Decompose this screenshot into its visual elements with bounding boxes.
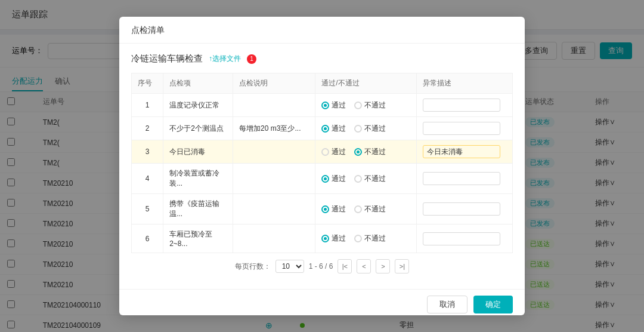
col-item-header: 点检项 xyxy=(163,73,233,94)
modal-next-page-button[interactable]: > xyxy=(376,259,390,273)
desc-1 xyxy=(233,94,315,117)
anomaly-5 xyxy=(417,194,513,225)
upload-link[interactable]: ↑选择文件 xyxy=(209,54,241,64)
check-row-3: 3 今日已消毒 通过 不通过 xyxy=(132,140,513,164)
pass-radio-4[interactable] xyxy=(321,175,329,183)
item-4: 制冷装置或蓄冷装... xyxy=(163,164,233,194)
pass-radio-2[interactable] xyxy=(321,125,329,133)
confirm-button[interactable]: 确定 xyxy=(473,296,513,313)
pass-radio-1[interactable] xyxy=(321,102,329,109)
modal-last-page-button[interactable]: >| xyxy=(395,259,409,273)
item-3: 今日已消毒 xyxy=(163,140,233,164)
col-pass-header: 通过/不通过 xyxy=(315,73,417,94)
fail-label-1: 不通过 xyxy=(364,100,386,110)
modal-body: 冷链运输车辆检查 ↑选择文件 1 序号 点检项 点检说明 通过/不通过 异常描述… xyxy=(119,44,525,289)
modal-pagination: 每页行数： 10 1 - 6 / 6 |< < > >| xyxy=(131,253,513,279)
anomaly-1 xyxy=(417,94,513,117)
modal-header: 点检清单 xyxy=(119,17,525,44)
radio-group-3: 通过 不通过 xyxy=(321,147,410,157)
anomaly-input-5[interactable] xyxy=(423,202,500,216)
pass-option-2[interactable]: 通过 xyxy=(321,124,346,134)
item-1: 温度记录仪正常 xyxy=(163,94,233,117)
modal-prev-page-button[interactable]: < xyxy=(357,259,371,273)
fail-label-4: 不通过 xyxy=(364,174,386,184)
fail-radio-1[interactable] xyxy=(354,102,362,109)
anomaly-4 xyxy=(417,164,513,194)
radio-group-5: 通过 不通过 xyxy=(321,204,410,214)
desc-4 xyxy=(233,164,315,194)
radio-group-4: 通过 不通过 xyxy=(321,174,410,184)
fail-label-3: 不通过 xyxy=(364,147,386,157)
pass-radio-6[interactable] xyxy=(321,235,329,242)
upload-label: ↑选择文件 xyxy=(209,54,241,64)
anomaly-input-3[interactable] xyxy=(423,145,500,158)
pass-option-5[interactable]: 通过 xyxy=(321,204,346,214)
check-row-1: 1 温度记录仪正常 通过 不通过 xyxy=(132,94,513,117)
pass-option-3[interactable]: 通过 xyxy=(321,147,346,157)
item-6: 车厢已预冷至2~8... xyxy=(163,225,233,253)
fail-radio-2[interactable] xyxy=(354,125,362,133)
pass-1: 通过 不通过 xyxy=(315,94,417,117)
fail-option-4[interactable]: 不通过 xyxy=(354,174,386,184)
pass-option-6[interactable]: 通过 xyxy=(321,233,346,244)
seq-3: 3 xyxy=(132,140,163,164)
anomaly-input-2[interactable] xyxy=(423,122,500,135)
fail-option-1[interactable]: 不通过 xyxy=(354,100,386,110)
radio-group-1: 通过 不通过 xyxy=(321,100,410,110)
pass-label-4: 通过 xyxy=(332,174,346,184)
anomaly-input-1[interactable] xyxy=(423,99,500,112)
modal-first-page-button[interactable]: |< xyxy=(338,259,352,273)
seq-5: 5 xyxy=(132,194,163,225)
check-table: 序号 点检项 点检说明 通过/不通过 异常描述 1 温度记录仪正常 xyxy=(131,73,513,253)
pass-radio-3[interactable] xyxy=(321,148,329,156)
seq-6: 6 xyxy=(132,225,163,253)
anomaly-input-4[interactable] xyxy=(423,172,500,185)
fail-option-3[interactable]: 不通过 xyxy=(354,147,386,157)
pass-5: 通过 不通过 xyxy=(315,194,417,225)
pass-label-5: 通过 xyxy=(332,204,346,214)
modal-pagination-info: 1 - 6 / 6 xyxy=(309,262,333,270)
anomaly-6 xyxy=(417,225,513,253)
modal-title-row: 冷链运输车辆检查 ↑选择文件 1 xyxy=(131,53,513,64)
seq-2: 2 xyxy=(132,117,163,140)
fail-radio-3[interactable] xyxy=(354,148,362,156)
modal-per-page-label: 每页行数： xyxy=(235,262,271,272)
pass-option-4[interactable]: 通过 xyxy=(321,174,346,184)
pass-option-1[interactable]: 通过 xyxy=(321,100,346,110)
desc-3 xyxy=(233,140,315,164)
radio-group-2: 通过 不通过 xyxy=(321,124,410,134)
modal-title: 冷链运输车辆检查 xyxy=(131,53,203,64)
anomaly-input-6[interactable] xyxy=(423,232,500,245)
col-desc-header: 点检说明 xyxy=(233,73,315,94)
col-anomaly-header: 异常描述 xyxy=(417,73,513,94)
col-seq-header: 序号 xyxy=(132,73,163,94)
pass-radio-5[interactable] xyxy=(321,205,329,213)
desc-6 xyxy=(233,225,315,253)
pass-2: 通过 不通过 xyxy=(315,117,417,140)
cancel-button[interactable]: 取消 xyxy=(427,296,467,313)
checklist-modal: 点检清单 冷链运输车辆检查 ↑选择文件 1 序号 点检项 点检说明 通过/不通过… xyxy=(119,17,525,315)
pass-label-1: 通过 xyxy=(332,100,346,110)
modal-per-page-select[interactable]: 10 xyxy=(275,260,304,273)
fail-radio-5[interactable] xyxy=(354,205,362,213)
fail-radio-6[interactable] xyxy=(354,235,362,242)
check-row-6: 6 车厢已预冷至2~8... 通过 不通过 xyxy=(132,225,513,253)
fail-option-6[interactable]: 不通过 xyxy=(354,233,386,244)
fail-label-2: 不通过 xyxy=(364,124,386,134)
fail-label-5: 不通过 xyxy=(364,204,386,214)
fail-radio-4[interactable] xyxy=(354,175,362,183)
anomaly-3 xyxy=(417,140,513,164)
modal-footer: 取消 确定 xyxy=(119,289,525,315)
pass-3: 通过 不通过 xyxy=(315,140,417,164)
fail-option-2[interactable]: 不通过 xyxy=(354,124,386,134)
check-row-4: 4 制冷装置或蓄冷装... 通过 不通过 xyxy=(132,164,513,194)
item-2: 不少于2个测温点 xyxy=(163,117,233,140)
radio-group-6: 通过 不通过 xyxy=(321,233,410,244)
check-row-5: 5 携带《疫苗运输温... 通过 不通过 xyxy=(132,194,513,225)
upload-badge: 1 xyxy=(247,54,256,64)
desc-2: 每增加20 m3至少... xyxy=(233,117,315,140)
check-row-2: 2 不少于2个测温点 每增加20 m3至少... 通过 不通过 xyxy=(132,117,513,140)
fail-option-5[interactable]: 不通过 xyxy=(354,204,386,214)
item-5: 携带《疫苗运输温... xyxy=(163,194,233,225)
seq-1: 1 xyxy=(132,94,163,117)
